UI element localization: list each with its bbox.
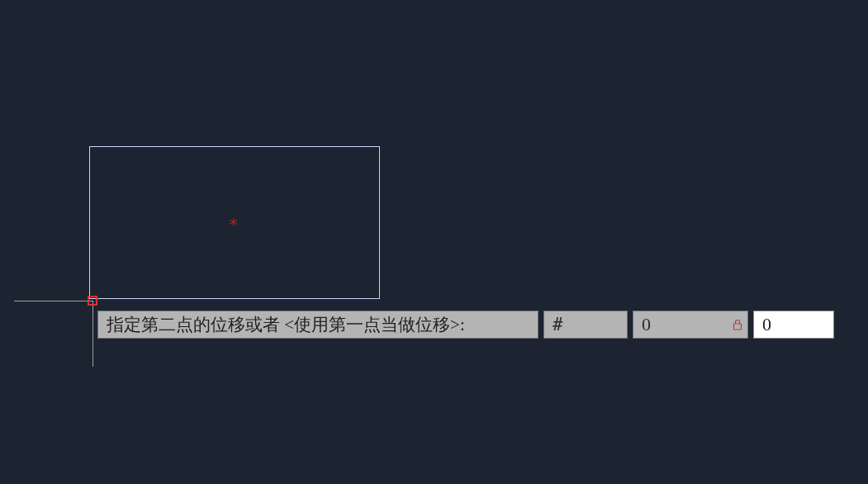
coordinate-mode-indicator: # <box>543 311 628 339</box>
center-snap-marker: * <box>228 216 239 235</box>
drawing-canvas[interactable]: * 指定第二点的位移或者 <使用第一点当做位移>: # 0 0 <box>0 0 868 484</box>
y-distance-input[interactable]: 0 <box>753 311 834 339</box>
x-distance-input[interactable]: 0 <box>633 311 748 339</box>
pickbox <box>88 296 97 306</box>
crosshair-horizontal <box>14 301 92 301</box>
dynamic-input-row: 指定第二点的位移或者 <使用第一点当做位移>: # 0 0 <box>97 311 834 340</box>
y-distance-value: 0 <box>762 314 771 335</box>
command-prompt-text: 指定第二点的位移或者 <使用第一点当做位移>: <box>97 311 538 339</box>
lock-icon <box>733 319 742 330</box>
crosshair-vertical <box>92 301 93 367</box>
svg-rect-0 <box>734 324 742 330</box>
x-distance-value: 0 <box>642 314 651 335</box>
